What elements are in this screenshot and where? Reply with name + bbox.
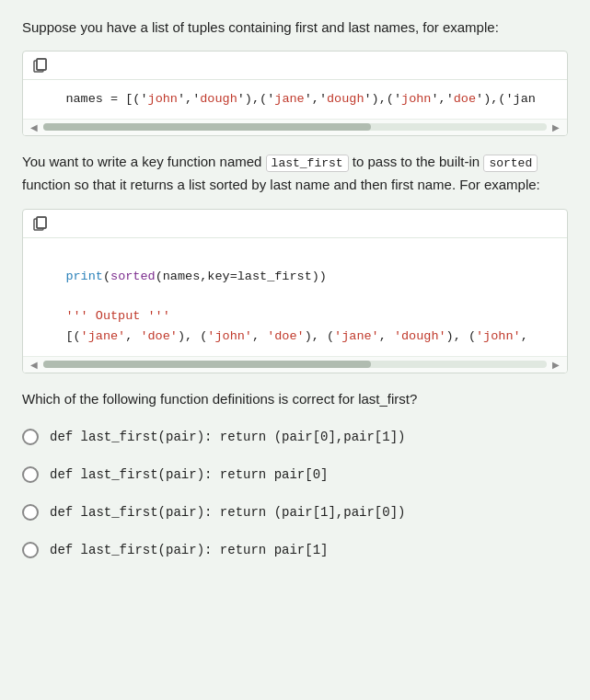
option-item-1[interactable]: def last_first(pair): return (pair[0],pa… (22, 428, 568, 447)
code-block-1: names = [('john','dough'),('jane','dough… (22, 51, 568, 136)
scrollbar-1: ◀ ▶ (23, 119, 567, 135)
copy-icon-2[interactable] (32, 215, 49, 232)
option-item-4[interactable]: def last_first(pair): return pair[1] (22, 541, 568, 560)
svg-rect-4 (37, 217, 46, 228)
svg-rect-1 (37, 59, 46, 70)
scroll-right-arrow[interactable]: ▶ (550, 122, 561, 132)
code-header-1 (23, 52, 567, 80)
inline-sorted: sorted (483, 155, 538, 172)
code-scroll-area-2: print(sorted(names,key=last_first)) ''' … (23, 238, 567, 356)
scroll-track-2[interactable] (43, 361, 547, 368)
copy-icon-1[interactable] (32, 57, 49, 74)
scroll-right-arrow-2[interactable]: ▶ (550, 360, 561, 370)
inline-last-first: last_first (266, 155, 349, 172)
code-content-1: names = [('john','dough'),('jane','dough… (36, 89, 554, 109)
option-label-1: def last_first(pair): return (pair[0],pa… (50, 428, 405, 447)
code-content-2: print(sorted(names,key=last_first)) ''' … (36, 247, 554, 347)
option-item-2[interactable]: def last_first(pair): return pair[0] (22, 465, 568, 485)
scroll-thumb-1 (43, 123, 371, 131)
intro-text: Suppose you have a list of tuples contai… (22, 17, 568, 38)
radio-4[interactable] (22, 542, 39, 558)
mid-text-part3: function so that it returns a list sorte… (22, 177, 540, 192)
scroll-left-arrow-2[interactable]: ◀ (29, 360, 40, 370)
code-header-2 (23, 210, 567, 238)
mid-text: You want to write a key function named l… (22, 151, 568, 196)
mid-text-part2: to pass to the built-in (349, 154, 484, 169)
scroll-thumb-2 (43, 361, 371, 368)
radio-1[interactable] (22, 429, 39, 445)
option-label-4: def last_first(pair): return pair[1] (50, 541, 328, 560)
code-scroll-area-1: names = [('john','dough'),('jane','dough… (23, 80, 567, 119)
radio-3[interactable] (22, 504, 39, 521)
mid-text-part1: You want to write a key function named (22, 154, 266, 169)
scroll-track-1[interactable] (43, 123, 547, 131)
scroll-left-arrow[interactable]: ◀ (29, 122, 40, 132)
option-list: def last_first(pair): return (pair[0],pa… (22, 428, 568, 560)
question-text: Which of the following function definiti… (22, 388, 568, 409)
code-block-2: print(sorted(names,key=last_first)) ''' … (22, 209, 568, 373)
scrollbar-2: ◀ ▶ (23, 356, 567, 373)
option-label-3: def last_first(pair): return (pair[1],pa… (50, 503, 405, 522)
radio-2[interactable] (22, 466, 39, 483)
option-label-2: def last_first(pair): return pair[0] (50, 465, 328, 485)
option-item-3[interactable]: def last_first(pair): return (pair[1],pa… (22, 503, 568, 522)
